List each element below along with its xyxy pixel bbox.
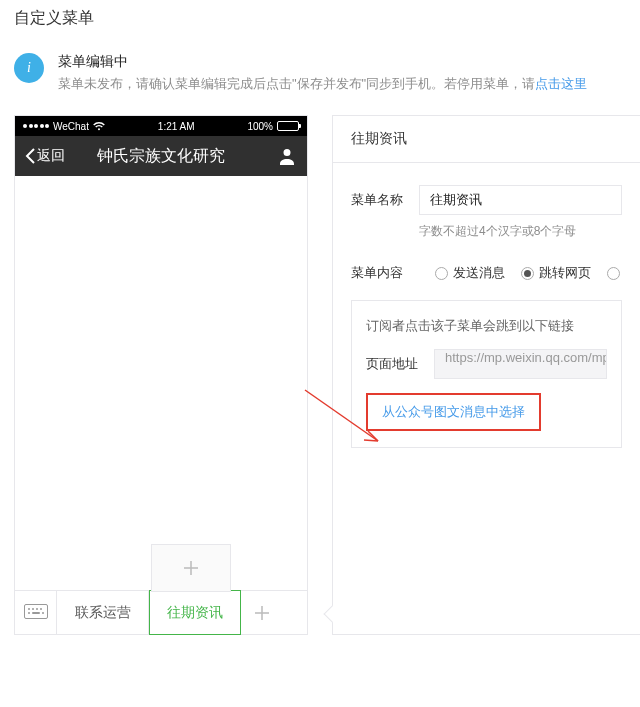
- svg-point-3: [36, 608, 38, 610]
- panel-header: 往期资讯: [333, 116, 640, 163]
- svg-rect-7: [32, 612, 40, 614]
- svg-rect-0: [24, 604, 47, 618]
- svg-point-5: [28, 612, 30, 614]
- name-hint: 字数不超过4个汉字或8个字母: [419, 223, 622, 240]
- add-menu-button[interactable]: [241, 591, 283, 634]
- back-label: 返回: [37, 147, 65, 165]
- link-desc: 订阅者点击该子菜单会跳到以下链接: [366, 317, 607, 335]
- select-from-articles-link[interactable]: 从公众号图文消息中选择: [382, 404, 525, 419]
- link-box: 订阅者点击该子菜单会跳到以下链接 页面地址 https://mp.weixin.…: [351, 300, 622, 448]
- svg-point-6: [42, 612, 44, 614]
- info-desc-text: 菜单未发布，请确认菜单编辑完成后点击"保存并发布"同步到手机。若停用菜单，请: [58, 76, 535, 91]
- info-desc: 菜单未发布，请确认菜单编辑完成后点击"保存并发布"同步到手机。若停用菜单，请点击…: [58, 75, 587, 93]
- menu-name-input[interactable]: [419, 185, 622, 215]
- chevron-left-icon: [25, 148, 35, 164]
- nav-title: 钟氏宗族文化研究: [97, 146, 225, 167]
- keyboard-icon[interactable]: [15, 591, 57, 634]
- battery-icon: [277, 121, 299, 131]
- time-label: 1:21 AM: [158, 121, 195, 132]
- plus-icon: [253, 604, 271, 622]
- name-label: 菜单名称: [351, 191, 419, 209]
- carrier-label: WeChat: [53, 121, 89, 132]
- svg-point-2: [32, 608, 34, 610]
- menu-item-1[interactable]: 往期资讯: [149, 590, 241, 635]
- radio-icon: [521, 267, 534, 280]
- svg-point-1: [28, 608, 30, 610]
- signal-icon: [23, 124, 49, 128]
- url-input[interactable]: https://mp.weixin.qq.com/mp: [434, 349, 607, 379]
- wifi-icon: [93, 122, 105, 131]
- radio-icon: [607, 267, 620, 280]
- phone-body: [15, 176, 307, 590]
- info-icon: i: [14, 53, 44, 83]
- disable-menu-link[interactable]: 点击这里: [535, 76, 587, 91]
- page-title: 自定义菜单: [0, 0, 640, 43]
- back-button[interactable]: 返回: [25, 147, 65, 165]
- phone-preview: WeChat 1:21 AM 100% 返回 钟氏宗族文化研究: [14, 115, 308, 635]
- menu-bar: 联系运营 往期资讯: [15, 590, 307, 634]
- option-extra[interactable]: [607, 267, 620, 280]
- option-label: 发送消息: [453, 264, 505, 282]
- content-label: 菜单内容: [351, 264, 419, 282]
- battery-label: 100%: [247, 121, 273, 132]
- panel-arrow-icon: [324, 606, 341, 623]
- option-label: 跳转网页: [539, 264, 591, 282]
- option-send-message[interactable]: 发送消息: [435, 264, 505, 282]
- info-text: 菜单编辑中 菜单未发布，请确认菜单编辑完成后点击"保存并发布"同步到手机。若停用…: [58, 53, 587, 93]
- url-label: 页面地址: [366, 355, 418, 373]
- svg-point-4: [40, 608, 42, 610]
- option-jump-url[interactable]: 跳转网页: [521, 264, 591, 282]
- add-submenu-button[interactable]: [151, 544, 231, 592]
- profile-icon[interactable]: [277, 146, 297, 166]
- settings-panel: 往期资讯 菜单名称 字数不超过4个汉字或8个字母 菜单内容 发送消息 跳转网页: [332, 115, 640, 635]
- menu-item-0[interactable]: 联系运营: [57, 591, 149, 634]
- status-bar: WeChat 1:21 AM 100%: [15, 116, 307, 136]
- radio-icon: [435, 267, 448, 280]
- select-link-highlight: 从公众号图文消息中选择: [366, 393, 541, 431]
- plus-icon: [181, 558, 201, 578]
- nav-bar: 返回 钟氏宗族文化研究: [15, 136, 307, 176]
- info-banner: i 菜单编辑中 菜单未发布，请确认菜单编辑完成后点击"保存并发布"同步到手机。若…: [0, 43, 640, 115]
- info-title: 菜单编辑中: [58, 53, 587, 71]
